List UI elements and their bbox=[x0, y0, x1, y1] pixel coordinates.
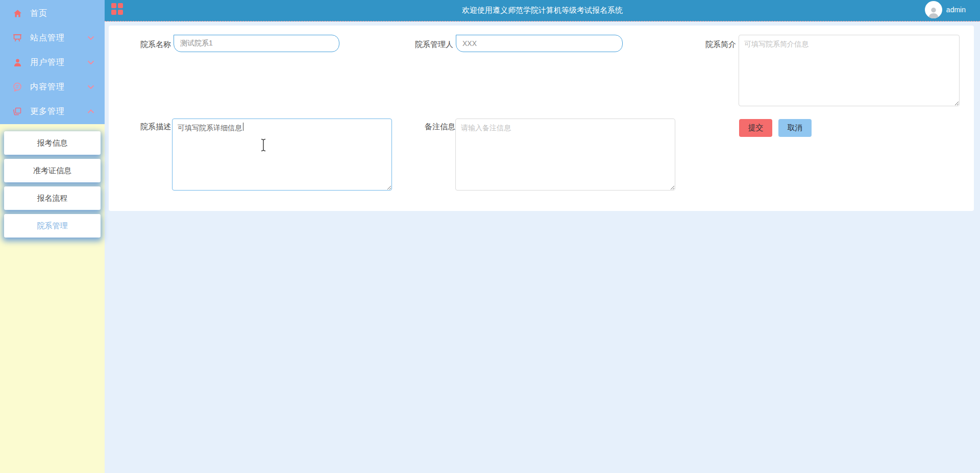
home-icon bbox=[13, 9, 22, 18]
sidebar-item-label: 用户管理 bbox=[30, 57, 87, 68]
remark-label: 备注信息 bbox=[402, 122, 455, 132]
chevron-up-icon bbox=[87, 109, 94, 114]
dept-desc-label: 院系描述 bbox=[117, 122, 171, 132]
sidebar-item-content-mgmt[interactable]: 内容管理 bbox=[0, 75, 105, 99]
cancel-button[interactable]: 取消 bbox=[778, 119, 812, 137]
dept-manager-input[interactable] bbox=[456, 35, 623, 52]
site-icon bbox=[13, 33, 22, 42]
submenu-item-label: 报考信息 bbox=[37, 138, 68, 148]
chevron-down-icon bbox=[87, 85, 94, 89]
sidebar-item-user-mgmt[interactable]: 用户管理 bbox=[0, 50, 105, 75]
main-content: 院系名称 院系管理人 院系简介 院系描述 可填写院系详细信息 备注信息 提交 取… bbox=[105, 22, 980, 473]
submenu-item-exam-info[interactable]: 报考信息 bbox=[4, 131, 101, 155]
dept-name-input[interactable] bbox=[174, 35, 339, 52]
sidebar-item-label: 首页 bbox=[30, 8, 94, 19]
user-icon bbox=[13, 58, 22, 67]
submenu-item-label: 院系管理 bbox=[37, 221, 68, 231]
top-header: 欢迎使用遵义师范学院计算机等级考试报名系统 admin bbox=[105, 0, 980, 21]
menu-grid-icon[interactable] bbox=[111, 3, 124, 15]
dept-manager-label: 院系管理人 bbox=[400, 40, 453, 50]
user-menu[interactable]: admin bbox=[925, 1, 966, 18]
sidebar-item-more-mgmt[interactable]: 更多管理 bbox=[0, 99, 105, 124]
text-caret bbox=[243, 123, 243, 131]
content-icon bbox=[13, 82, 22, 91]
sidebar-submenu: 报考信息 准考证信息 报名流程 院系管理 bbox=[4, 131, 101, 238]
form-panel: 院系名称 院系管理人 院系简介 院系描述 可填写院系详细信息 备注信息 提交 取… bbox=[109, 26, 974, 211]
sidebar-item-label: 内容管理 bbox=[30, 82, 87, 92]
submenu-item-label: 报名流程 bbox=[37, 194, 68, 203]
dept-desc-textarea[interactable]: 可填写院系详细信息 bbox=[172, 119, 392, 191]
sidebar-item-label: 更多管理 bbox=[30, 106, 87, 117]
submenu-item-department-mgmt[interactable]: 院系管理 bbox=[4, 214, 101, 238]
dept-intro-textarea[interactable] bbox=[739, 35, 960, 106]
more-icon bbox=[13, 107, 22, 116]
sidebar: 首页 站点管理 用户管理 bbox=[0, 0, 105, 473]
avatar bbox=[925, 1, 942, 18]
username-label: admin bbox=[946, 6, 966, 14]
sidebar-main-menu: 首页 站点管理 用户管理 bbox=[0, 0, 105, 124]
dept-intro-label: 院系简介 bbox=[682, 40, 736, 50]
page-title: 欢迎使用遵义师范学院计算机等级考试报名系统 bbox=[105, 6, 980, 15]
chevron-down-icon bbox=[87, 60, 94, 65]
sidebar-item-label: 站点管理 bbox=[30, 33, 87, 43]
dept-name-label: 院系名称 bbox=[117, 40, 171, 50]
sidebar-item-site-mgmt[interactable]: 站点管理 bbox=[0, 26, 105, 50]
submit-button[interactable]: 提交 bbox=[739, 119, 772, 137]
remark-textarea[interactable] bbox=[455, 119, 675, 191]
submenu-item-admission-ticket[interactable]: 准考证信息 bbox=[4, 159, 101, 182]
chevron-down-icon bbox=[87, 36, 94, 40]
sidebar-item-home[interactable]: 首页 bbox=[0, 1, 105, 26]
submenu-item-signup-flow[interactable]: 报名流程 bbox=[4, 186, 101, 210]
submenu-item-label: 准考证信息 bbox=[33, 166, 71, 176]
